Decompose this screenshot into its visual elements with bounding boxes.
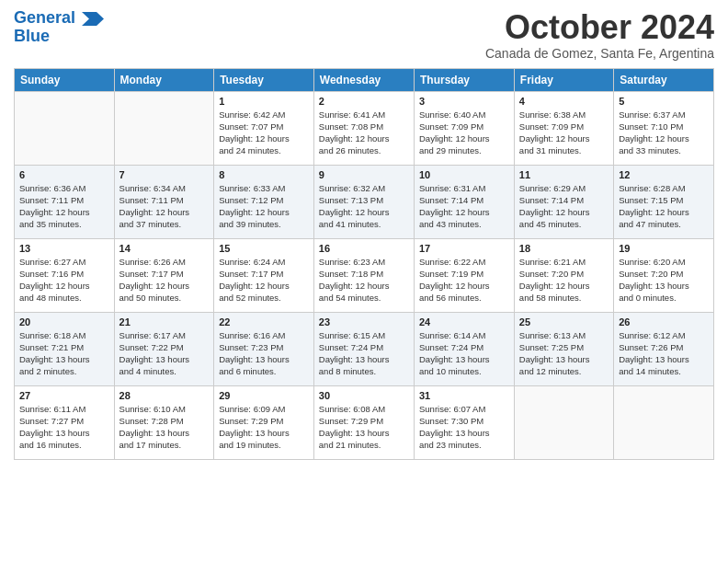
day-detail: Sunrise: 6:34 AM Sunset: 7:11 PM Dayligh… <box>119 182 210 231</box>
day-detail: Sunrise: 6:13 AM Sunset: 7:25 PM Dayligh… <box>519 329 609 378</box>
calendar-week-row: 20Sunrise: 6:18 AM Sunset: 7:21 PM Dayli… <box>15 312 714 385</box>
day-detail: Sunrise: 6:32 AM Sunset: 7:13 PM Dayligh… <box>319 182 409 231</box>
calendar-cell: 5Sunrise: 6:37 AM Sunset: 7:10 PM Daylig… <box>614 91 714 165</box>
calendar-cell: 27Sunrise: 6:11 AM Sunset: 7:27 PM Dayli… <box>15 385 115 459</box>
calendar-cell <box>614 385 714 459</box>
day-number: 1 <box>219 96 309 107</box>
day-detail: Sunrise: 6:31 AM Sunset: 7:14 PM Dayligh… <box>419 182 509 231</box>
day-number: 2 <box>319 96 409 107</box>
col-header-monday: Monday <box>114 68 214 91</box>
day-detail: Sunrise: 6:22 AM Sunset: 7:19 PM Dayligh… <box>419 256 509 304</box>
calendar-cell <box>15 91 115 165</box>
calendar-cell: 28Sunrise: 6:10 AM Sunset: 7:28 PM Dayli… <box>114 385 214 459</box>
day-number: 15 <box>219 243 309 254</box>
day-detail: Sunrise: 6:09 AM Sunset: 7:29 PM Dayligh… <box>219 403 309 452</box>
day-detail: Sunrise: 6:38 AM Sunset: 7:09 PM Dayligh… <box>519 109 609 157</box>
calendar-cell: 21Sunrise: 6:17 AM Sunset: 7:22 PM Dayli… <box>114 312 214 385</box>
day-detail: Sunrise: 6:24 AM Sunset: 7:17 PM Dayligh… <box>219 256 309 304</box>
day-detail: Sunrise: 6:27 AM Sunset: 7:16 PM Dayligh… <box>19 256 109 304</box>
calendar-cell: 6Sunrise: 6:36 AM Sunset: 7:11 PM Daylig… <box>15 165 115 238</box>
day-detail: Sunrise: 6:29 AM Sunset: 7:14 PM Dayligh… <box>519 182 609 231</box>
calendar-cell: 1Sunrise: 6:42 AM Sunset: 7:07 PM Daylig… <box>214 91 314 165</box>
day-detail: Sunrise: 6:11 AM Sunset: 7:27 PM Dayligh… <box>19 403 109 452</box>
col-header-sunday: Sunday <box>15 68 115 91</box>
logo-general: General <box>14 8 75 27</box>
day-number: 20 <box>19 316 109 327</box>
day-number: 12 <box>619 169 709 180</box>
day-number: 30 <box>319 390 409 401</box>
calendar-cell: 24Sunrise: 6:14 AM Sunset: 7:24 PM Dayli… <box>415 312 515 385</box>
day-number: 9 <box>319 169 409 180</box>
day-number: 21 <box>119 316 210 327</box>
month-title: October 2024 <box>485 9 714 46</box>
title-block: October 2024 Canada de Gomez, Santa Fe, … <box>485 9 714 61</box>
logo: General Blue <box>14 9 104 46</box>
day-detail: Sunrise: 6:33 AM Sunset: 7:12 PM Dayligh… <box>219 182 309 231</box>
calendar-cell: 26Sunrise: 6:12 AM Sunset: 7:26 PM Dayli… <box>614 312 714 385</box>
day-number: 29 <box>219 390 309 401</box>
day-number: 17 <box>419 243 509 254</box>
day-detail: Sunrise: 6:07 AM Sunset: 7:30 PM Dayligh… <box>419 403 509 452</box>
calendar-week-row: 6Sunrise: 6:36 AM Sunset: 7:11 PM Daylig… <box>15 165 714 238</box>
day-detail: Sunrise: 6:16 AM Sunset: 7:23 PM Dayligh… <box>219 329 309 378</box>
day-number: 23 <box>319 316 409 327</box>
day-detail: Sunrise: 6:20 AM Sunset: 7:20 PM Dayligh… <box>619 256 709 304</box>
day-detail: Sunrise: 6:36 AM Sunset: 7:11 PM Dayligh… <box>19 182 109 231</box>
day-detail: Sunrise: 6:14 AM Sunset: 7:24 PM Dayligh… <box>419 329 509 378</box>
day-detail: Sunrise: 6:26 AM Sunset: 7:17 PM Dayligh… <box>119 256 210 304</box>
svg-marker-0 <box>82 12 104 26</box>
page-header: General Blue October 2024 Canada de Gome… <box>14 9 714 61</box>
day-detail: Sunrise: 6:17 AM Sunset: 7:22 PM Dayligh… <box>119 329 210 378</box>
calendar-cell: 30Sunrise: 6:08 AM Sunset: 7:29 PM Dayli… <box>313 385 414 459</box>
day-number: 31 <box>419 390 509 401</box>
day-number: 11 <box>519 169 609 180</box>
day-number: 8 <box>219 169 309 180</box>
col-header-tuesday: Tuesday <box>214 68 314 91</box>
calendar-cell: 4Sunrise: 6:38 AM Sunset: 7:09 PM Daylig… <box>514 91 613 165</box>
day-detail: Sunrise: 6:23 AM Sunset: 7:18 PM Dayligh… <box>319 256 409 304</box>
day-number: 16 <box>319 243 409 254</box>
calendar-header-row: SundayMondayTuesdayWednesdayThursdayFrid… <box>15 68 714 91</box>
calendar-week-row: 13Sunrise: 6:27 AM Sunset: 7:16 PM Dayli… <box>15 238 714 312</box>
calendar-cell: 11Sunrise: 6:29 AM Sunset: 7:14 PM Dayli… <box>514 165 613 238</box>
calendar-cell: 2Sunrise: 6:41 AM Sunset: 7:08 PM Daylig… <box>313 91 414 165</box>
calendar-cell: 16Sunrise: 6:23 AM Sunset: 7:18 PM Dayli… <box>313 238 414 312</box>
calendar-cell: 23Sunrise: 6:15 AM Sunset: 7:24 PM Dayli… <box>313 312 414 385</box>
calendar-cell: 25Sunrise: 6:13 AM Sunset: 7:25 PM Dayli… <box>514 312 613 385</box>
col-header-wednesday: Wednesday <box>313 68 414 91</box>
logo-arrow-icon <box>82 12 104 26</box>
calendar-cell: 12Sunrise: 6:28 AM Sunset: 7:15 PM Dayli… <box>614 165 714 238</box>
day-number: 26 <box>619 316 709 327</box>
col-header-saturday: Saturday <box>614 68 714 91</box>
day-number: 10 <box>419 169 509 180</box>
day-number: 3 <box>419 96 509 107</box>
calendar-cell: 15Sunrise: 6:24 AM Sunset: 7:17 PM Dayli… <box>214 238 314 312</box>
day-number: 25 <box>519 316 609 327</box>
day-detail: Sunrise: 6:41 AM Sunset: 7:08 PM Dayligh… <box>319 109 409 157</box>
day-number: 28 <box>119 390 210 401</box>
day-number: 27 <box>19 390 109 401</box>
calendar-cell: 3Sunrise: 6:40 AM Sunset: 7:09 PM Daylig… <box>415 91 515 165</box>
logo-blue: Blue <box>14 28 104 46</box>
calendar-cell: 9Sunrise: 6:32 AM Sunset: 7:13 PM Daylig… <box>313 165 414 238</box>
calendar-table: SundayMondayTuesdayWednesdayThursdayFrid… <box>14 68 714 460</box>
day-number: 6 <box>19 169 109 180</box>
col-header-thursday: Thursday <box>415 68 515 91</box>
day-detail: Sunrise: 6:18 AM Sunset: 7:21 PM Dayligh… <box>19 329 109 378</box>
calendar-cell: 31Sunrise: 6:07 AM Sunset: 7:30 PM Dayli… <box>415 385 515 459</box>
calendar-cell: 13Sunrise: 6:27 AM Sunset: 7:16 PM Dayli… <box>15 238 115 312</box>
day-number: 24 <box>419 316 509 327</box>
calendar-cell <box>514 385 613 459</box>
calendar-cell: 8Sunrise: 6:33 AM Sunset: 7:12 PM Daylig… <box>214 165 314 238</box>
day-detail: Sunrise: 6:37 AM Sunset: 7:10 PM Dayligh… <box>619 109 709 157</box>
day-number: 19 <box>619 243 709 254</box>
location-subtitle: Canada de Gomez, Santa Fe, Argentina <box>485 46 714 61</box>
calendar-week-row: 1Sunrise: 6:42 AM Sunset: 7:07 PM Daylig… <box>15 91 714 165</box>
calendar-week-row: 27Sunrise: 6:11 AM Sunset: 7:27 PM Dayli… <box>15 385 714 459</box>
calendar-cell: 19Sunrise: 6:20 AM Sunset: 7:20 PM Dayli… <box>614 238 714 312</box>
calendar-cell: 29Sunrise: 6:09 AM Sunset: 7:29 PM Dayli… <box>214 385 314 459</box>
day-detail: Sunrise: 6:28 AM Sunset: 7:15 PM Dayligh… <box>619 182 709 231</box>
day-detail: Sunrise: 6:42 AM Sunset: 7:07 PM Dayligh… <box>219 109 309 157</box>
calendar-cell: 20Sunrise: 6:18 AM Sunset: 7:21 PM Dayli… <box>15 312 115 385</box>
calendar-cell: 10Sunrise: 6:31 AM Sunset: 7:14 PM Dayli… <box>415 165 515 238</box>
